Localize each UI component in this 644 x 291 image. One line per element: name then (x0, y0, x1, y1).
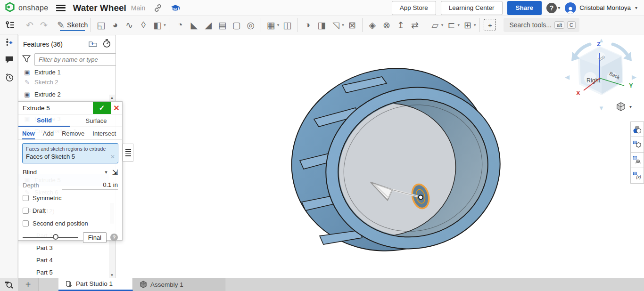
transform-icon[interactable]: ◹ (329, 18, 343, 32)
filter-icon[interactable] (22, 55, 31, 65)
linear-pattern-caret-icon[interactable]: ▾ (277, 23, 280, 27)
insert-folder-icon[interactable] (89, 40, 97, 49)
clear-selection-icon[interactable]: ✕ (110, 154, 115, 160)
feature-list-toggle-icon[interactable] (3, 18, 17, 32)
dialog-help-icon[interactable]: ? (110, 234, 118, 241)
draft-icon[interactable]: ◢ (201, 18, 215, 32)
dialog-mode-remove[interactable]: Remove (62, 127, 84, 139)
share-button[interactable]: Share (507, 1, 542, 15)
split-icon[interactable]: ◨ (314, 18, 329, 32)
plane-caret-icon[interactable]: ▾ (441, 23, 444, 27)
document-tab-part-studio-1[interactable]: Part Studio 1 (58, 278, 133, 291)
workspace-name[interactable]: Main (131, 4, 145, 12)
display-states-panel-icon[interactable] (630, 153, 644, 168)
composite-part-caret-icon[interactable]: ▾ (474, 23, 476, 27)
select-tools-icon[interactable]: + (483, 18, 497, 32)
fillet-icon[interactable]: ◔ (173, 18, 187, 32)
water-wheel-model[interactable] (289, 61, 511, 263)
flip-direction-icon[interactable]: ⇲ (112, 168, 118, 177)
extrude-icon[interactable]: ◱ (94, 18, 108, 32)
checkbox-icon[interactable] (23, 220, 29, 226)
document-tab-assembly-1[interactable]: Assembly 1 (133, 278, 225, 291)
learning-center-button[interactable]: Learning Center (441, 1, 503, 15)
sweep-icon[interactable]: ∿ (122, 18, 136, 32)
faces-selection-box[interactable]: Faces and sketch regions to extrude Face… (22, 143, 118, 163)
checkbox-row-symmetric[interactable]: Symmetric (18, 192, 122, 204)
named-views-panel-icon[interactable] (630, 137, 644, 153)
composite-part-icon[interactable]: ⊞ (461, 18, 475, 32)
feature-item-extrude-2[interactable]: ▣Extrude 2 (18, 88, 116, 100)
sketch-icon[interactable]: ✎Sketch (57, 18, 88, 32)
user-menu[interactable]: Cristobal Montoya ▾ (565, 2, 637, 14)
configurations-icon[interactable] (0, 35, 18, 50)
user-avatar[interactable] (565, 2, 576, 14)
axis-y-label[interactable]: Y (629, 82, 633, 89)
copy-link-icon[interactable] (154, 4, 162, 12)
rotate-up-icon[interactable]: ▲ (598, 37, 604, 44)
scroll-up-icon[interactable]: ▲ (109, 95, 115, 101)
search-tools[interactable]: Search tools... alt C (504, 18, 579, 32)
feature-filter-input[interactable] (34, 53, 116, 66)
shell-icon[interactable]: ▢ (230, 18, 244, 32)
loft-icon[interactable]: ◊ (136, 18, 150, 32)
thicken-caret-icon[interactable]: ▾ (164, 23, 166, 27)
move-face-icon[interactable]: ◈ (365, 18, 380, 32)
insert-tab-button[interactable]: + (18, 278, 39, 291)
delete-part-icon[interactable]: ⊠ (345, 18, 359, 32)
plane-icon[interactable]: ▱ (428, 18, 442, 32)
face-right-label[interactable]: Right (586, 77, 600, 84)
dialog-mode-intersect[interactable]: Intersect (92, 127, 116, 139)
axis-x-label[interactable]: X (576, 89, 580, 97)
redo-icon[interactable]: ↷ (37, 18, 51, 32)
end-type-caret-icon[interactable]: ▾ (105, 170, 107, 175)
delete-face-icon[interactable]: ⊗ (380, 18, 394, 32)
cancel-button[interactable]: ✕ (111, 102, 122, 114)
rollback-timer-icon[interactable] (103, 39, 111, 49)
rotate-left-icon[interactable]: ◀ (565, 73, 570, 81)
history-icon[interactable] (0, 70, 18, 85)
help-menu[interactable]: ? ▾ (546, 3, 560, 13)
rib-icon[interactable]: ▤ (215, 18, 230, 32)
flatten-icon[interactable]: ⇄ (408, 18, 422, 32)
part-item-part-5[interactable]: Part 5 (18, 266, 116, 278)
export-part-icon[interactable]: ↥ (394, 18, 408, 32)
feature-item-sketch-2[interactable]: ✎Sketch 2 (18, 76, 116, 88)
search-tabs-icon[interactable] (0, 278, 18, 291)
main-menu-icon[interactable] (56, 5, 66, 11)
variables-panel-icon[interactable]: (x) (630, 168, 644, 184)
linear-pattern-icon[interactable]: ▦ (264, 18, 278, 32)
view-options-button[interactable]: ▾ (616, 102, 632, 111)
checkbox-row-draft[interactable]: Draft (18, 204, 122, 217)
dialog-mode-add[interactable]: Add (43, 127, 54, 139)
boolean-icon[interactable]: ◑ (300, 18, 314, 32)
chamfer-icon[interactable]: ◣ (187, 18, 201, 32)
rollback-slider-handle[interactable] (53, 234, 58, 240)
thicken-icon[interactable]: ◧ (150, 18, 165, 32)
learning-graduation-icon[interactable] (171, 4, 180, 12)
feature-item-extrude-1[interactable]: ▣Extrude 1 (18, 69, 116, 76)
transform-caret-icon[interactable]: ▾ (342, 23, 344, 27)
selection-list-flyout-button[interactable] (123, 144, 133, 162)
rotate-right-icon[interactable]: ▶ (632, 73, 636, 81)
dialog-tab-surface[interactable]: Surface (70, 114, 122, 127)
end-type-dropdown[interactable]: Blind (23, 169, 105, 176)
part-item-part-4[interactable]: Part 4 (18, 254, 116, 266)
rotate-down-icon[interactable]: ▼ (598, 105, 604, 112)
help-icon[interactable]: ? (546, 3, 557, 13)
checkbox-row-second-end-position[interactable]: Second end position (18, 217, 122, 230)
dialog-mode-new[interactable]: New (22, 127, 35, 139)
depth-input[interactable]: 0.1 in (62, 181, 118, 190)
checkbox-icon[interactable] (23, 195, 29, 201)
rollback-slider[interactable] (23, 237, 78, 238)
final-button[interactable]: Final (83, 232, 107, 243)
accept-button[interactable]: ✓ (93, 102, 111, 114)
comments-icon[interactable] (0, 52, 18, 67)
checkbox-icon[interactable] (23, 208, 29, 214)
hole-icon[interactable]: ◎ (244, 18, 258, 32)
sheet-metal-icon[interactable]: ⊏ (444, 18, 458, 32)
app-store-button[interactable]: App Store (392, 1, 436, 15)
undo-icon[interactable]: ↶ (23, 18, 37, 32)
appearance-panel-icon[interactable] (630, 121, 644, 137)
dialog-tab-solid[interactable]: Solid (18, 114, 70, 127)
sheet-metal-caret-icon[interactable]: ▾ (457, 23, 460, 27)
